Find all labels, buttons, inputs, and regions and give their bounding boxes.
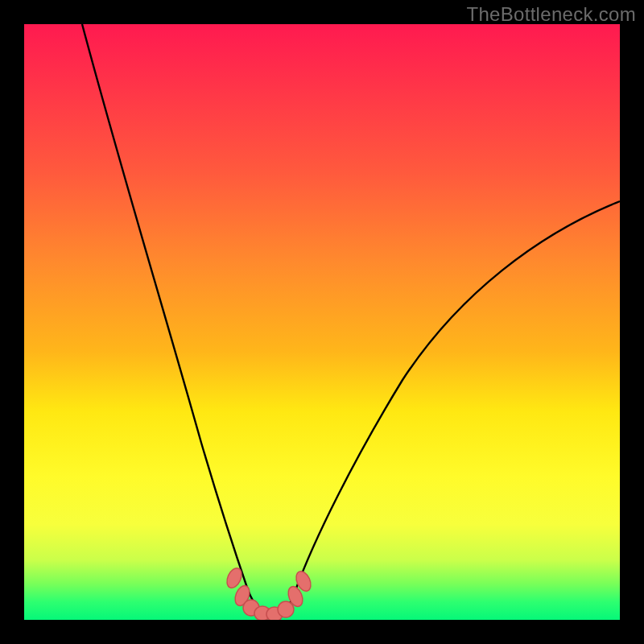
watermark-text: TheBottleneck.com	[466, 3, 636, 26]
plot-area	[24, 24, 620, 620]
bottleneck-curve	[24, 24, 620, 620]
chart-frame: TheBottleneck.com	[0, 0, 644, 644]
curve-right-branch	[295, 201, 620, 592]
marker-dot	[278, 601, 294, 617]
trough-markers	[224, 566, 313, 620]
curve-left-branch	[82, 24, 248, 590]
